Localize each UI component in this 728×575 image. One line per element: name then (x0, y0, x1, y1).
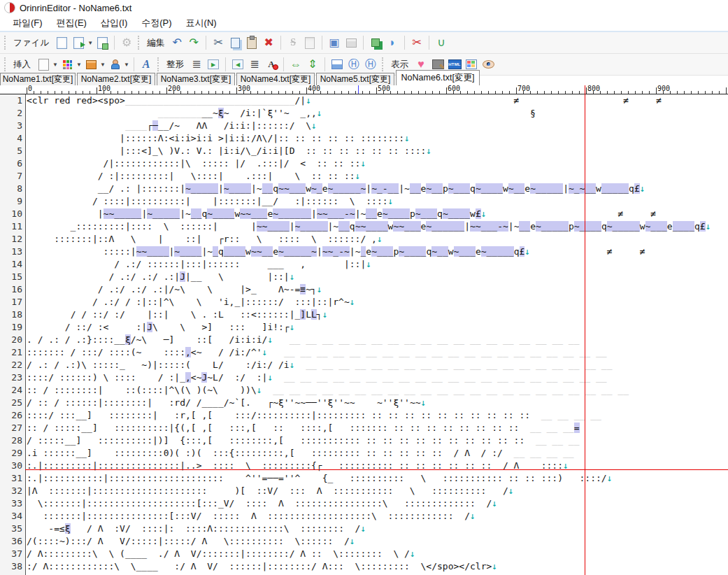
selected-text: L (311, 309, 317, 320)
newline-marker: ↓ (306, 95, 311, 106)
tab-2[interactable]: NoName2.txt[変更] (77, 73, 155, 85)
selected-text: __ (366, 208, 377, 219)
menu-item-1[interactable]: 편집(E) (50, 15, 94, 31)
selected-text: = (574, 423, 580, 433)
ruler-tick (453, 91, 454, 94)
line-number: 29 (1, 448, 22, 458)
line-number: 34 (1, 511, 22, 521)
menu-item-2[interactable]: 삽입(I) (94, 15, 134, 31)
ruler-tick (97, 87, 97, 94)
aa-text: ≠ (623, 95, 629, 106)
ruler-tick (502, 91, 503, 94)
ruler-tick (397, 91, 398, 94)
revert-all-button[interactable]: ∪ (433, 34, 450, 51)
mirror-h-icon: Ⓗ (348, 59, 359, 70)
open-file-dropdown-caret[interactable]: ▼ (87, 34, 94, 51)
aa-line-37: / Λ:::::::::\ \ (____ ./ Λ V/:::::::|:::… (27, 548, 415, 560)
ruler-tick (229, 91, 230, 94)
selected-text: ξ (65, 523, 71, 534)
selected-text: J (147, 322, 152, 332)
ruler-label: 200 (168, 85, 180, 92)
tab-3[interactable]: NoName3.txt[変更] (157, 73, 235, 85)
editor-canvas[interactable]: <clr red red><spo>______________________… (27, 94, 728, 575)
aa-text: ≠ (607, 246, 613, 257)
aa-line-14: / .:/ ::::::|:::|:::::: ___ , |::|↓ (27, 258, 371, 271)
aa-text: ≠ (656, 95, 662, 106)
space-marker: __ __ __ __ (530, 410, 601, 420)
ruler-tick (69, 91, 69, 94)
ruler-tick (278, 91, 279, 94)
aa-text: q (514, 246, 520, 257)
ruler-tick (558, 91, 559, 94)
toolbar-separator (206, 36, 206, 50)
aa-line-17: / .:/ / :|::|^\ \ 'i,_|::::::/ :::|::|r^… (27, 296, 355, 308)
insert-page-icon (38, 59, 49, 71)
toolbar-separator (280, 36, 281, 50)
line-number: 37 (1, 548, 22, 559)
newline-marker: ↓ (377, 234, 383, 244)
line-number: 8 (1, 183, 22, 194)
aa-text (262, 385, 273, 395)
aa-text: / Λ :V/ ::::|: ::::Λ:::::::::::::\ :::::… (71, 523, 361, 534)
ruler-tick (48, 91, 48, 94)
selected-text: ~__ (431, 246, 448, 257)
tab-6-active[interactable]: NoName6.txt[変更] (396, 70, 480, 85)
aa-line-3: ____┌─__/~ ΛΛ /i:i:|::::::/ \↓ (27, 120, 317, 132)
aa-text: L (306, 309, 311, 320)
undo-button[interactable]: ↶ (169, 34, 185, 51)
aa-text: e (530, 221, 536, 232)
ruler-tick (537, 91, 538, 94)
aa-line-23: ::::/ ::::::) \ :::: / :|_,<~J~L/ :/ :|↓… (27, 371, 607, 384)
aa-text: w (245, 246, 251, 257)
newline-marker: ↓ (404, 133, 410, 143)
fill-square-button[interactable]: ▣ (326, 34, 343, 51)
aa-text: <~ (191, 372, 202, 383)
line-number: 1 (1, 95, 22, 106)
menu-item-3[interactable]: 수정(P) (134, 15, 178, 31)
aa-line-9: / ::::|::::::::::| |:::::::|__/ :|::::::… (27, 195, 393, 208)
aa-text (27, 322, 65, 332)
menu-item-4[interactable]: 표시(N) (179, 15, 224, 31)
tab-4[interactable]: NoName4.txt[変更] (236, 73, 315, 85)
ruler-label: 500 (378, 85, 390, 92)
new-file-button[interactable] (53, 34, 70, 51)
fit-width-icon: ⇔ (290, 59, 301, 70)
paste-button[interactable] (243, 34, 260, 51)
aa-text: \ \ >] ::: ]i!:┌ (152, 322, 290, 332)
aa-text: w (596, 183, 601, 194)
layers-button[interactable] (367, 34, 384, 51)
aa-line-2: __________~ξ~ /i:|`ξ''~ _,,↓ § (27, 107, 536, 120)
selected-text: ____ (673, 221, 694, 232)
selected-text: ~_~__ (569, 183, 596, 194)
curve-button[interactable]: ◗ (384, 34, 401, 51)
ruler-tick (110, 91, 111, 94)
toolbar-grip (157, 57, 162, 71)
trim-scissors-button[interactable]: ✂ (408, 34, 425, 51)
open-file-button[interactable] (70, 34, 87, 51)
horizontal-guide-line (25, 469, 728, 470)
aa-text: e (667, 221, 673, 232)
ruler-tick (152, 91, 153, 94)
aa-text: p (443, 183, 448, 194)
ruler-tick (523, 91, 524, 94)
aa-text: ┌~ξ''~~──''ξ''~~ ~''ξ''~~ (251, 397, 421, 408)
menu-item-0[interactable]: 파일(F) (6, 15, 50, 31)
cut-button[interactable]: ✂ (210, 34, 227, 51)
save-file-icon (97, 37, 108, 49)
line-number: 16 (1, 284, 22, 294)
aa-line-21: ::::::: / :::/ ::::(~ ::::,<~ / /i:/^'↓ … (27, 346, 607, 359)
tab-1[interactable]: NoName1.txt[変更] (0, 73, 76, 85)
ruler-tick (327, 91, 328, 94)
newline-marker: ↓ (360, 523, 366, 534)
save-file-button[interactable] (94, 34, 110, 51)
redo-button[interactable]: ↷ (185, 34, 202, 51)
delete-button[interactable]: ✖ (260, 34, 277, 51)
selected-text: ─ (152, 120, 158, 131)
line-number: 18 (1, 309, 22, 320)
line-number: 14 (1, 259, 22, 269)
copy-button[interactable] (227, 34, 243, 51)
line-number: 33 (1, 498, 22, 509)
insert-person-icon (110, 59, 119, 69)
selected-text: ~~___ (393, 221, 420, 232)
tab-5[interactable]: NoName5.txt[変更] (316, 73, 394, 85)
